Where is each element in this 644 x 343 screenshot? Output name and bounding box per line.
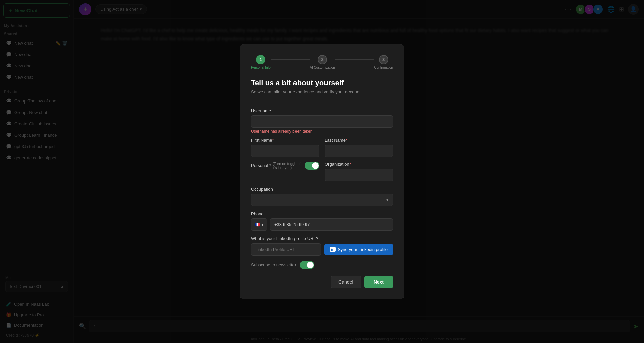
organization-label: Organization* — [325, 162, 393, 167]
modal-subtitle: So we can tailor your experience and ver… — [251, 89, 393, 94]
stepper: 1 Personal Info 2 AI Customization 3 Con… — [251, 55, 393, 69]
modal-overlay: 1 Personal Info 2 AI Customization 3 Con… — [0, 0, 644, 343]
newsletter-toggle[interactable] — [300, 261, 314, 269]
cancel-button[interactable]: Cancel — [331, 276, 361, 288]
chevron-down-icon: ▾ — [261, 222, 264, 227]
linkedin-label: What is your LinkedIn profile URL? — [251, 236, 393, 241]
occupation-select[interactable]: ▾ — [251, 194, 393, 206]
newsletter-label: Subscribe to newsletter — [251, 262, 296, 267]
organization-input[interactable] — [325, 169, 393, 181]
next-button[interactable]: Next — [364, 276, 393, 288]
occupation-label: Occupation — [251, 187, 393, 192]
sync-linkedin-button[interactable]: in Sync your Linkedin profile — [324, 244, 393, 255]
flag-select[interactable]: 🇫🇷 ▾ — [251, 218, 267, 231]
phone-row: 🇫🇷 ▾ — [251, 218, 393, 231]
toggle-knob — [307, 262, 314, 268]
newsletter-row: Subscribe to newsletter — [251, 261, 393, 269]
flag-icon: 🇫🇷 — [255, 222, 260, 227]
step-2-label: AI Customization — [310, 66, 335, 69]
personal-label: Personal* (Turn on toggle if it's just y… — [251, 162, 302, 170]
step-3: 3 Confirmation — [374, 55, 393, 69]
organization-col: Organization* — [325, 162, 393, 181]
first-name-input[interactable] — [251, 145, 319, 157]
step-1: 1 Personal Info — [251, 55, 271, 69]
form-divider — [251, 101, 393, 101]
profile-setup-modal: 1 Personal Info 2 AI Customization 3 Con… — [240, 44, 404, 299]
linkedin-input[interactable] — [251, 243, 321, 256]
step-2: 2 AI Customization — [310, 55, 335, 69]
linkedin-icon: in — [330, 247, 336, 252]
step-3-circle: 3 — [379, 55, 388, 64]
phone-input[interactable] — [270, 218, 393, 231]
first-name-label: First Name* — [251, 138, 319, 143]
chevron-down-icon: ▾ — [386, 197, 389, 202]
username-label: Username — [251, 108, 393, 113]
linkedin-row: in Sync your Linkedin profile — [251, 243, 393, 256]
personal-toggle-group: Personal* (Turn on toggle if it's just y… — [251, 162, 319, 170]
step-line-1 — [271, 59, 310, 60]
last-name-col: Last Name* — [325, 138, 393, 157]
name-row: First Name* Last Name* — [251, 138, 393, 157]
first-name-col: First Name* — [251, 138, 319, 157]
last-name-label: Last Name* — [325, 138, 393, 143]
personal-note: (Turn on toggle if it's just you) — [272, 162, 302, 170]
modal-title: Tell us a bit about yourself — [251, 79, 393, 87]
step-1-circle: 1 — [256, 55, 265, 64]
step-3-label: Confirmation — [374, 66, 393, 69]
personal-toggle[interactable] — [305, 162, 319, 170]
step-1-label: Personal Info — [251, 66, 271, 69]
step-2-circle: 2 — [318, 55, 327, 64]
personal-org-row: Personal* (Turn on toggle if it's just y… — [251, 162, 393, 181]
step-line-2 — [335, 59, 374, 60]
modal-footer: Cancel Next — [251, 276, 393, 288]
username-error: Username has already been taken. — [251, 129, 393, 134]
phone-label: Phone — [251, 211, 393, 216]
username-input[interactable] — [251, 115, 393, 128]
sync-label: Sync your Linkedin profile — [338, 247, 388, 252]
toggle-knob — [312, 162, 319, 169]
last-name-input[interactable] — [325, 145, 393, 157]
